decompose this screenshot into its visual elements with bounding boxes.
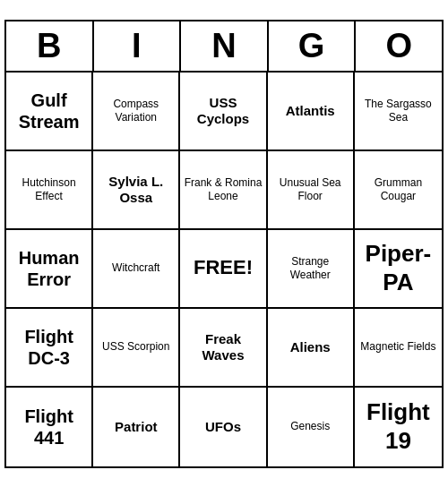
bingo-cell-13[interactable]: Strange Weather: [268, 230, 355, 309]
bingo-cell-14[interactable]: Piper-PA: [355, 230, 442, 309]
header-n: N: [181, 21, 269, 71]
bingo-header: B I N G O: [6, 21, 442, 73]
bingo-cell-7[interactable]: Frank & Romina Leone: [180, 151, 267, 230]
bingo-cell-2[interactable]: USS Cyclops: [180, 73, 267, 151]
bingo-grid: Gulf StreamCompass VariationUSS CyclopsA…: [6, 73, 442, 466]
bingo-cell-15[interactable]: Flight DC-3: [6, 309, 93, 388]
bingo-cell-10[interactable]: Human Error: [6, 230, 93, 309]
header-i: I: [94, 21, 182, 71]
bingo-cell-5[interactable]: Hutchinson Effect: [6, 151, 93, 230]
bingo-cell-20[interactable]: Flight 441: [6, 388, 93, 466]
bingo-cell-23[interactable]: Genesis: [268, 388, 355, 466]
bingo-cell-3[interactable]: Atlantis: [268, 73, 355, 151]
bingo-cell-8[interactable]: Unusual Sea Floor: [268, 151, 355, 230]
bingo-cell-0[interactable]: Gulf Stream: [6, 73, 93, 151]
bingo-cell-19[interactable]: Magnetic Fields: [355, 309, 442, 388]
header-g: G: [269, 21, 357, 71]
bingo-cell-11[interactable]: Witchcraft: [93, 230, 180, 309]
bingo-cell-17[interactable]: Freak Waves: [180, 309, 267, 388]
bingo-cell-24[interactable]: Flight 19: [355, 388, 442, 466]
bingo-cell-1[interactable]: Compass Variation: [93, 73, 180, 151]
header-b: B: [6, 21, 94, 71]
bingo-cell-6[interactable]: Sylvia L. Ossa: [93, 151, 180, 230]
bingo-cell-12[interactable]: FREE!: [180, 230, 267, 309]
bingo-cell-16[interactable]: USS Scorpion: [93, 309, 180, 388]
bingo-cell-21[interactable]: Patriot: [93, 388, 180, 466]
header-o: O: [356, 21, 442, 71]
bingo-cell-4[interactable]: The Sargasso Sea: [355, 73, 442, 151]
bingo-cell-22[interactable]: UFOs: [180, 388, 267, 466]
bingo-card: B I N G O Gulf StreamCompass VariationUS…: [4, 20, 444, 468]
bingo-cell-18[interactable]: Aliens: [268, 309, 355, 388]
bingo-cell-9[interactable]: Grumman Cougar: [355, 151, 442, 230]
